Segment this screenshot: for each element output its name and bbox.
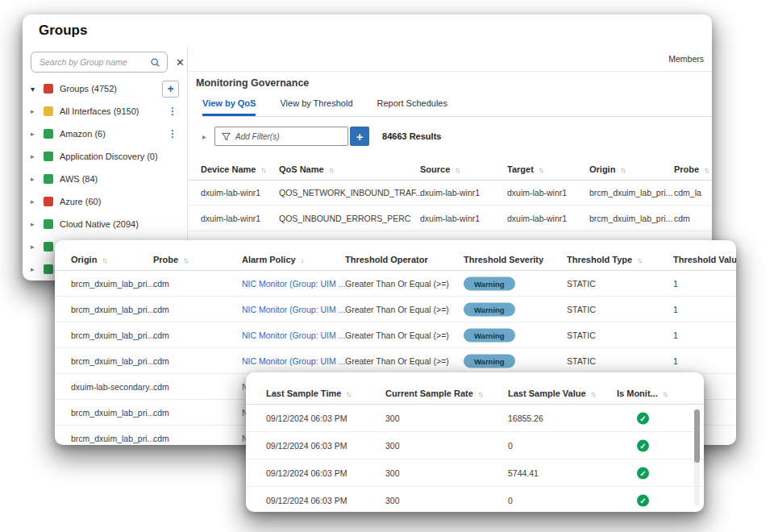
cell: 300 bbox=[385, 496, 400, 505]
tab-view-by-qos[interactable]: View by QoS bbox=[202, 94, 256, 116]
cell: dxuim-lab-winr1 bbox=[420, 188, 480, 197]
column-header-origin[interactable]: Origin↑↓ bbox=[71, 255, 106, 264]
chevron-right-icon[interactable]: ▸ bbox=[31, 265, 44, 273]
cell: 1 bbox=[673, 356, 678, 366]
kebab-menu-icon[interactable]: ⋮ bbox=[168, 128, 177, 139]
column-header-target[interactable]: Target↑↓ bbox=[507, 164, 543, 174]
sort-icon[interactable]: ↑↓ bbox=[455, 166, 459, 174]
sidebar-item-azure-60[interactable]: ▸Azure (60) bbox=[23, 190, 187, 213]
sort-icon[interactable]: ↑↓ bbox=[637, 256, 641, 264]
sort-icon[interactable]: ↑↓ bbox=[591, 390, 595, 398]
column-header-threshold-operator[interactable]: Threshold Operator bbox=[345, 255, 428, 264]
chevron-right-icon[interactable]: ▸ bbox=[31, 152, 44, 160]
group-state-icon bbox=[44, 129, 53, 139]
chevron-right-icon[interactable]: ▸ bbox=[31, 175, 44, 183]
sidebar-item-cloud-native-2094[interactable]: ▸Cloud Native (2094) bbox=[23, 213, 187, 235]
sort-icon[interactable]: ↑↓ bbox=[329, 166, 333, 174]
sort-icon[interactable]: ↑↓ bbox=[183, 256, 187, 264]
sidebar-item-all-interfaces-9150[interactable]: ▸All Interfaces (9150)⋮ bbox=[23, 100, 187, 123]
add-filter-button[interactable]: + bbox=[350, 127, 369, 146]
sidebar-item-application-discovery-0[interactable]: ▸Application Discovery (0) bbox=[23, 145, 187, 168]
expand-filters-icon[interactable]: ▸ bbox=[202, 132, 206, 141]
cell: 16855.26 bbox=[508, 414, 543, 423]
sort-icon[interactable]: ↑↓ bbox=[102, 256, 106, 264]
column-header-last-sample-value[interactable]: Last Sample Value↑↓ bbox=[508, 389, 595, 398]
column-header-is-monit[interactable]: Is Monit...↑↓ bbox=[617, 389, 667, 398]
sidebar-item-groups-root[interactable]: ▾ Groups (4752) + bbox=[23, 77, 187, 100]
alarm-policy-link[interactable]: NIC Monitor (Group: UIM ... bbox=[242, 279, 345, 289]
members-link[interactable]: Members bbox=[668, 54, 704, 64]
close-icon[interactable]: ✕ bbox=[176, 56, 185, 69]
column-header-source[interactable]: Source↑↓ bbox=[420, 164, 459, 174]
monitored-check-icon: ✓ bbox=[637, 412, 649, 424]
sort-icon[interactable]: ↑↓ bbox=[261, 166, 265, 174]
cell: 0 bbox=[508, 496, 513, 505]
column-header-origin[interactable]: Origin↑↓ bbox=[589, 164, 624, 174]
filter-input[interactable]: Add Filter(s) bbox=[214, 127, 348, 146]
column-header-alarm-policy[interactable]: Alarm Policy↓ bbox=[242, 255, 302, 264]
cell: QOS_INBOUND_ERRORS_PERC bbox=[279, 214, 410, 223]
sort-icon[interactable]: ↑↓ bbox=[346, 390, 350, 398]
chevron-right-icon[interactable]: ▸ bbox=[31, 130, 44, 138]
group-search-box[interactable] bbox=[31, 52, 168, 73]
add-group-button[interactable]: + bbox=[162, 81, 179, 98]
cell: 1 bbox=[673, 279, 678, 289]
column-header-probe[interactable]: Probe↑↓ bbox=[153, 255, 187, 264]
column-header-qos-name[interactable]: QoS Name↑↓ bbox=[279, 164, 333, 174]
column-header-threshold-severity[interactable]: Threshold Severity bbox=[464, 255, 543, 264]
chevron-right-icon[interactable]: ▸ bbox=[31, 197, 44, 206]
chevron-right-icon[interactable]: ▸ bbox=[31, 107, 44, 115]
sort-icon[interactable]: ↑↓ bbox=[539, 166, 543, 174]
scrollbar[interactable] bbox=[694, 408, 700, 505]
chevron-right-icon[interactable]: ▸ bbox=[31, 220, 44, 228]
monitored-check-icon: ✓ bbox=[637, 494, 649, 506]
chevron-right-icon[interactable]: ▸ bbox=[31, 243, 44, 251]
filter-placeholder: Add Filter(s) bbox=[235, 132, 279, 141]
alarm-policy-link[interactable]: NIC Monitor (Group: UIM ... bbox=[242, 356, 345, 366]
qos-table-header: Device Name↑↓QoS Name↑↓Source↑↓Target↑↓O… bbox=[188, 158, 712, 181]
sample-table-row[interactable]: 09/12/2024 06:03 PM3000✓ bbox=[246, 432, 704, 459]
cell: brcm_dxuim_lab_pri... bbox=[589, 214, 672, 223]
cell: STATIC bbox=[567, 305, 596, 314]
sort-icon[interactable]: ↓ bbox=[301, 256, 303, 264]
threshold-table-row[interactable]: brcm_dxuim_lab_pri...cdmNIC Monitor (Gro… bbox=[55, 322, 736, 348]
column-header-device-name[interactable]: Device Name↑↓ bbox=[201, 164, 265, 174]
sidebar-item-aws-84[interactable]: ▸AWS (84) bbox=[23, 168, 187, 190]
cell: 1 bbox=[673, 305, 678, 314]
governance-tabs: View by QoSView by ThresholdReport Sched… bbox=[202, 94, 712, 117]
column-header-threshold-value[interactable]: Threshold Value bbox=[673, 255, 736, 264]
column-header-current-sample-rate[interactable]: Current Sample Rate↑↓ bbox=[385, 389, 482, 398]
sort-icon[interactable]: ↑↓ bbox=[478, 390, 482, 398]
sample-table-row[interactable]: 09/12/2024 06:03 PM3000✓ bbox=[246, 487, 704, 512]
column-header-last-sample-time[interactable]: Last Sample Time↑↓ bbox=[266, 389, 350, 398]
qos-table-row[interactable]: dxuim-lab-winr1QOS_NETWORK_INBOUND_TRAF.… bbox=[188, 180, 712, 206]
search-input[interactable] bbox=[38, 56, 150, 68]
severity-badge: Warning bbox=[464, 328, 515, 342]
cell: brcm_dxuim_lab_pri... bbox=[71, 434, 154, 443]
threshold-table-row[interactable]: brcm_dxuim_lab_pri...cdmNIC Monitor (Gro… bbox=[55, 271, 736, 297]
column-header-probe[interactable]: Probe↑↓ bbox=[674, 164, 708, 174]
kebab-menu-icon[interactable]: ⋮ bbox=[168, 106, 177, 117]
cell: brcm_dxuim_lab_pri... bbox=[71, 408, 154, 418]
sample-table-row[interactable]: 09/12/2024 06:03 PM30016855.26✓ bbox=[246, 405, 704, 432]
tab-view-by-threshold[interactable]: View by Threshold bbox=[280, 94, 352, 116]
alarm-policy-link[interactable]: NIC Monitor (Group: UIM ... bbox=[242, 330, 345, 340]
search-icon[interactable] bbox=[150, 57, 160, 68]
sample-table-row[interactable]: 09/12/2024 06:03 PM3005744.41✓ bbox=[246, 459, 704, 487]
cell: dxuim-lab-winr1 bbox=[201, 188, 260, 197]
threshold-table-row[interactable]: brcm_dxuim_lab_pri...cdmNIC Monitor (Gro… bbox=[55, 348, 736, 374]
sort-icon[interactable]: ↑↓ bbox=[620, 166, 624, 174]
cell: 09/12/2024 06:03 PM bbox=[266, 441, 347, 451]
sort-icon[interactable]: ↑↓ bbox=[704, 166, 708, 174]
scrollbar-thumb[interactable] bbox=[694, 409, 700, 463]
sidebar-item-amazon-6[interactable]: ▸Amazon (6)⋮ bbox=[23, 123, 187, 145]
sort-icon[interactable]: ↑↓ bbox=[663, 390, 667, 398]
tab-report-schedules[interactable]: Report Schedules bbox=[377, 94, 447, 116]
chevron-down-icon[interactable]: ▾ bbox=[31, 85, 44, 94]
alarm-policy-link[interactable]: NIC Monitor (Group: UIM ... bbox=[242, 305, 345, 314]
cell: cdm bbox=[153, 382, 169, 392]
threshold-table-row[interactable]: brcm_dxuim_lab_pri...cdmNIC Monitor (Gro… bbox=[55, 297, 736, 322]
qos-table-row[interactable]: dxuim-lab-winr1QOS_INBOUND_ERRORS_PERCdx… bbox=[188, 206, 712, 231]
sidebar-item-label: Groups (4752) bbox=[60, 84, 117, 94]
column-header-threshold-type[interactable]: Threshold Type↑↓ bbox=[567, 255, 641, 264]
